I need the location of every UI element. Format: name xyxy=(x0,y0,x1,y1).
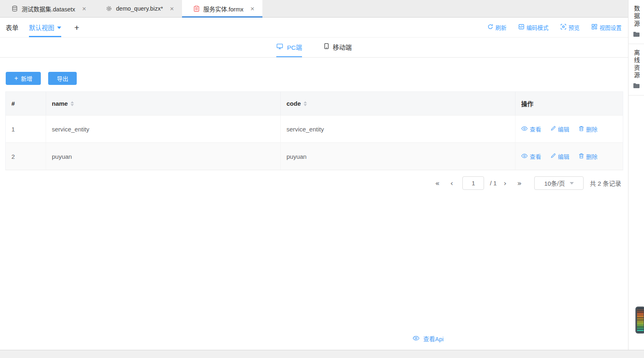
form-icon xyxy=(193,5,200,12)
page-size-select[interactable]: 10条/页 xyxy=(534,176,584,190)
close-icon[interactable]: × xyxy=(251,5,255,12)
edit-link-label: 编辑 xyxy=(558,125,569,133)
tab-default-view[interactable]: 默认视图 xyxy=(29,18,61,37)
code-mode-icon xyxy=(518,24,524,31)
form-label: 表单 xyxy=(6,23,18,32)
view-link-label: 查看 xyxy=(530,125,541,133)
toolbar-right: 刷新 编码模式 预览 xyxy=(487,23,622,31)
delete-icon xyxy=(579,126,584,133)
column-header-code[interactable]: code xyxy=(281,92,515,115)
column-header-actions: 操作 xyxy=(515,92,623,115)
device-tabs: PC端 移动端 xyxy=(0,37,628,58)
sort-icon[interactable] xyxy=(71,101,74,106)
offline-resources-label: 离线资源 xyxy=(633,49,640,80)
plus-icon: + xyxy=(14,75,18,82)
delete-link-label: 删除 xyxy=(586,152,597,160)
view-settings-icon xyxy=(591,24,597,31)
add-view-button[interactable]: + xyxy=(74,23,79,32)
refresh-icon xyxy=(487,24,493,31)
cell-index: 1 xyxy=(6,116,46,142)
view-link[interactable]: 查看 xyxy=(521,125,541,133)
page-number-input[interactable] xyxy=(462,176,484,190)
sort-icon[interactable] xyxy=(304,101,307,106)
view-toolbar: 表单 默认视图 + 刷新 xyxy=(0,18,628,37)
file-tab-query[interactable]: demo_query.bizx* × xyxy=(94,0,182,17)
delete-link[interactable]: 删除 xyxy=(579,152,597,160)
view-settings-button[interactable]: 视图设置 xyxy=(591,23,622,31)
page-size-value: 10条/页 xyxy=(544,179,565,187)
column-header-index: # xyxy=(6,92,46,115)
delete-link-label: 删除 xyxy=(586,125,597,133)
sidebar-item-offline-resources[interactable]: 离线资源 xyxy=(628,44,644,96)
status-strip xyxy=(0,350,644,358)
preview-button[interactable]: 预览 xyxy=(560,23,580,31)
close-icon[interactable]: × xyxy=(82,5,86,12)
sidebar-item-datasource[interactable]: 数据源 xyxy=(628,0,644,44)
folder-icon xyxy=(633,31,640,39)
edit-link-label: 编辑 xyxy=(558,152,569,160)
prev-page-button[interactable]: ‹ xyxy=(445,179,458,187)
table-header: # name code 操作 xyxy=(6,92,623,115)
default-view-label: 默认视图 xyxy=(29,23,54,32)
app-window: 测试数据集.datasetx × demo_query.bizx* × 服务实体… xyxy=(0,0,644,358)
column-header-code-label: code xyxy=(286,100,301,107)
first-page-button[interactable]: « xyxy=(430,179,445,187)
code-mode-button[interactable]: 编码模式 xyxy=(518,23,549,31)
file-tab-label: 服务实体.formx xyxy=(203,4,243,13)
edit-link[interactable]: 编辑 xyxy=(551,152,569,160)
entity-table: # name code 操作 xyxy=(5,91,623,170)
eye-icon xyxy=(413,336,420,342)
action-button-row: + 新增 导出 xyxy=(6,72,628,85)
delete-link[interactable]: 删除 xyxy=(579,125,597,133)
view-link-label: 查看 xyxy=(530,152,541,160)
view-link[interactable]: 查看 xyxy=(521,152,541,160)
caret-down-icon xyxy=(57,27,61,29)
eye-icon xyxy=(521,153,528,160)
view-api-label: 查看Api xyxy=(423,334,444,343)
top-region: 测试数据集.datasetx × demo_query.bizx* × 服务实体… xyxy=(0,0,644,350)
folder-icon xyxy=(633,83,640,90)
export-button[interactable]: 导出 xyxy=(48,72,77,85)
column-header-name[interactable]: name xyxy=(46,92,281,115)
monitor-icon xyxy=(276,43,283,51)
total-pages-label: / 1 xyxy=(490,180,497,187)
pagination: « ‹ / 1 › » 10条/页 共 2 条记录 xyxy=(0,176,621,190)
file-tab-label: 测试数据集.datasetx xyxy=(22,4,75,13)
preview-label: 预览 xyxy=(568,23,580,31)
table-body: 1 service_entity service_entity 查看 xyxy=(6,115,623,170)
tab-pc[interactable]: PC端 xyxy=(276,38,302,57)
right-sidebar: 数据源 离线资源 xyxy=(628,0,644,350)
refresh-button[interactable]: 刷新 xyxy=(487,23,506,31)
mobile-tab-label: 移动端 xyxy=(333,42,352,51)
database-icon xyxy=(11,5,18,12)
row-actions: 查看 编辑 删除 xyxy=(521,125,597,133)
row-actions: 查看 编辑 删除 xyxy=(521,152,597,160)
table-row: 2 puyuan puyuan 查看 xyxy=(6,142,623,170)
datasource-label: 数据源 xyxy=(633,5,640,28)
preview-icon xyxy=(560,24,566,31)
main-panel: 测试数据集.datasetx × demo_query.bizx* × 服务实体… xyxy=(0,0,628,350)
add-button[interactable]: + 新增 xyxy=(6,72,41,85)
delete-icon xyxy=(579,153,584,160)
edit-link[interactable]: 编辑 xyxy=(551,125,569,133)
cell-code: service_entity xyxy=(281,116,515,142)
file-tab-dataset[interactable]: 测试数据集.datasetx × xyxy=(0,0,94,17)
audio-meter-icon xyxy=(635,307,644,334)
eye-icon xyxy=(521,126,528,132)
last-page-button[interactable]: » xyxy=(512,179,527,187)
file-tabbar: 测试数据集.datasetx × demo_query.bizx* × 服务实体… xyxy=(0,0,628,18)
file-tab-form-active[interactable]: 服务实体.formx × xyxy=(182,0,262,17)
close-icon[interactable]: × xyxy=(170,5,174,12)
cell-name: puyuan xyxy=(46,143,281,170)
tab-mobile[interactable]: 移动端 xyxy=(324,38,352,57)
view-api-link[interactable]: 查看Api xyxy=(413,334,444,343)
next-page-button[interactable]: › xyxy=(498,179,512,187)
pc-tab-label: PC端 xyxy=(287,42,302,51)
file-tab-label: demo_query.bizx* xyxy=(116,5,163,12)
code-mode-label: 编码模式 xyxy=(526,23,549,31)
mobile-icon xyxy=(324,43,329,51)
table-row: 1 service_entity service_entity 查看 xyxy=(6,115,623,142)
column-header-name-label: name xyxy=(52,100,68,107)
cell-code: puyuan xyxy=(281,143,515,170)
chevron-down-icon xyxy=(570,182,574,185)
